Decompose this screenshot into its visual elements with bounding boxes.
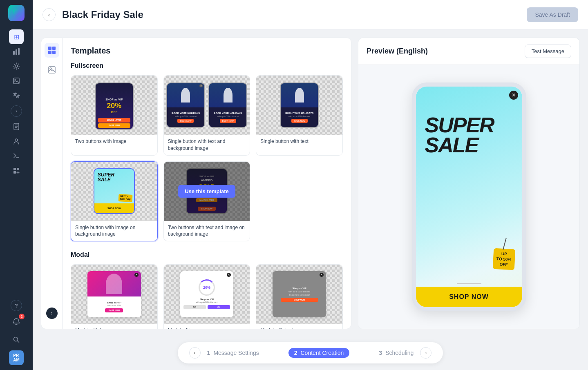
step-3-num: 3	[379, 350, 382, 356]
use-template-btn-2[interactable]: Use this template	[178, 99, 235, 111]
app-logo	[8, 5, 25, 21]
modal-section-title: Modal	[71, 251, 343, 259]
use-template-btn-modal-2[interactable]: Use this template	[178, 288, 235, 301]
translate-icon[interactable]	[9, 88, 24, 103]
help-icon[interactable]: ?	[11, 300, 22, 311]
template-thumb-4: SUPERSALE UP TO50% OFF SHOP NOW	[71, 162, 157, 221]
use-template-btn-modal-1[interactable]: Use this template	[86, 288, 143, 301]
template-label-5: Two buttons with text and image on backg…	[164, 221, 250, 241]
sale-tag: UP TO 50% OFF	[493, 248, 515, 270]
svg-rect-10	[13, 171, 16, 174]
notifications-badge: 2	[19, 314, 25, 319]
analytics-icon[interactable]	[9, 44, 24, 59]
svg-rect-16	[49, 67, 55, 73]
save-draft-button[interactable]: Save As Draft	[527, 7, 578, 22]
svg-rect-0	[13, 51, 15, 55]
template-thumb-modal-3: ✕ Shop as VIP with up to 20% discount Sh…	[256, 265, 342, 324]
preview-header: Preview (English) Test Message	[358, 38, 579, 65]
templates-heading: Templates	[71, 46, 343, 56]
step-1-num: 1	[207, 350, 210, 356]
svg-point-3	[15, 65, 18, 67]
svg-rect-14	[48, 51, 51, 54]
svg-rect-12	[48, 47, 51, 50]
svg-rect-13	[52, 47, 56, 50]
stepper-step-2[interactable]: 2 Content Creation	[288, 348, 350, 358]
avatar[interactable]: PRAM	[9, 350, 24, 365]
bottom-stepper: ‹ 1 Message Settings 2 Content Creation …	[33, 337, 588, 370]
use-template-btn-3[interactable]: Use this template	[271, 99, 328, 111]
template-label-modal-2: Modal with progress	[164, 324, 250, 329]
hover-overlay-5: Use this template	[164, 162, 250, 221]
phone-headline-text: SUPER SALE	[425, 115, 494, 156]
phone-mockup: ✕ SUPER SALE UP TO 50% OFF	[412, 82, 526, 311]
template-card-modal-3[interactable]: ✕ Shop as VIP with up to 20% discount Sh…	[256, 264, 343, 329]
contacts-icon[interactable]	[9, 134, 24, 149]
stepper-container: ‹ 1 Message Settings 2 Content Creation …	[178, 342, 443, 363]
modal-section: Modal ✕	[71, 251, 343, 329]
media-icon[interactable]	[9, 74, 24, 88]
template-label-3: Single button with text	[256, 135, 342, 148]
preview-body: ✕ SUPER SALE UP TO 50% OFF	[358, 65, 579, 329]
svg-rect-2	[18, 48, 20, 55]
plugins-icon[interactable]	[9, 163, 24, 178]
sidebar: ⊞ ›	[0, 0, 33, 370]
templates-panel: › Templates Fullscreen SHOP as VIP	[41, 38, 351, 329]
template-label-2: Single button with text and background i…	[164, 135, 250, 155]
template-thumb-2: ✕ BOOK YOUR HOLIDAYS with up to 20% disc…	[164, 76, 250, 135]
modal-templates-grid: ✕ Shop as VIP with up to 20% SHOP NOW	[71, 264, 343, 329]
step-1-label: Message Settings	[213, 350, 259, 356]
expand-icon[interactable]: ›	[11, 105, 22, 117]
use-template-btn-5[interactable]: Use this template	[178, 185, 235, 198]
page-title: Black Friday Sale	[62, 9, 527, 20]
template-grid-icon[interactable]	[45, 43, 59, 58]
step-2-label: Content Creation	[300, 350, 344, 356]
template-card-single-button-text-bg[interactable]: ✕ BOOK YOUR HOLIDAYS with up to 20% disc…	[163, 75, 250, 156]
template-card-two-buttons-image[interactable]: SHOP as VIP 20% OFF MAYBE LATER SHOP NOW	[71, 75, 158, 156]
header: ‹ Black Friday Sale Save As Draft	[33, 0, 588, 29]
side-expand-button[interactable]: ›	[46, 308, 58, 319]
pages-icon[interactable]	[9, 119, 24, 134]
template-card-two-buttons-text-image-bg[interactable]: SHOP as VIP AMPED GOLD MAYBE LATER	[163, 161, 250, 242]
svg-rect-8	[13, 168, 16, 170]
preview-panel: Preview (English) Test Message ✕ SUPER S…	[358, 38, 580, 329]
use-template-btn-modal-3[interactable]: Use this template	[271, 288, 328, 301]
svg-rect-6	[14, 123, 19, 130]
phone-close-button[interactable]: ✕	[509, 91, 518, 100]
back-button[interactable]: ‹	[42, 8, 56, 21]
template-card-modal-2[interactable]: ✕ 20% Shop as VIP with up to 20% discoun…	[163, 264, 250, 329]
stepper-next-button[interactable]: ›	[420, 347, 431, 359]
automation-icon[interactable]	[9, 149, 24, 163]
template-thumb-1: SHOP as VIP 20% OFF MAYBE LATER SHOP NOW	[71, 76, 157, 135]
template-label-1: Two buttons with image	[71, 135, 157, 148]
template-label-modal-3: Modal with text	[256, 324, 342, 329]
campaigns-icon[interactable]: ⊞	[9, 29, 24, 44]
template-thumb-5: SHOP as VIP AMPED GOLD MAYBE LATER	[164, 162, 250, 221]
body-area: › Templates Fullscreen SHOP as VIP	[33, 29, 588, 337]
fullscreen-templates-grid: SHOP as VIP 20% OFF MAYBE LATER SHOP NOW	[71, 75, 343, 241]
stepper-prev-button[interactable]: ‹	[189, 347, 201, 359]
preview-title: Preview (English)	[367, 47, 428, 56]
search-icon[interactable]	[9, 332, 24, 347]
phone-inner: ✕ SUPER SALE UP TO 50% OFF	[416, 87, 522, 307]
test-message-button[interactable]: Test Message	[525, 45, 571, 58]
template-thumb-3: BOOK YOUR HOLIDAYS with up to 20% discou…	[256, 76, 342, 135]
settings-icon[interactable]	[9, 59, 24, 74]
svg-rect-15	[52, 51, 56, 54]
svg-rect-9	[17, 168, 19, 170]
stepper-step-3: 3 Scheduling	[379, 350, 414, 356]
step-3-label: Scheduling	[385, 350, 414, 356]
template-card-modal-1[interactable]: ✕ Shop as VIP with up to 20% SHOP NOW	[71, 264, 158, 329]
shop-now-button[interactable]: SHOP NOW	[416, 287, 522, 307]
stepper-step-1: 1 Message Settings	[207, 350, 259, 356]
templates-side-nav: ›	[41, 38, 63, 329]
use-template-btn-1[interactable]: Use this template	[86, 99, 143, 111]
templates-main: Templates Fullscreen SHOP as VIP 20%	[63, 38, 351, 329]
template-image-icon[interactable]	[45, 62, 59, 77]
template-label-4: Single button with image on background i…	[71, 221, 157, 241]
phone-headline: SUPER SALE	[425, 115, 494, 156]
template-card-single-button-image-bg[interactable]: SUPERSALE UP TO50% OFF SHOP NOW Single b…	[71, 161, 158, 242]
template-thumb-modal-2: ✕ 20% Shop as VIP with up to 20% discoun…	[164, 265, 250, 324]
sale-text: SALE	[425, 133, 478, 157]
template-card-single-button-text[interactable]: BOOK YOUR HOLIDAYS with up to 20% discou…	[256, 75, 343, 156]
svg-point-7	[15, 139, 18, 141]
